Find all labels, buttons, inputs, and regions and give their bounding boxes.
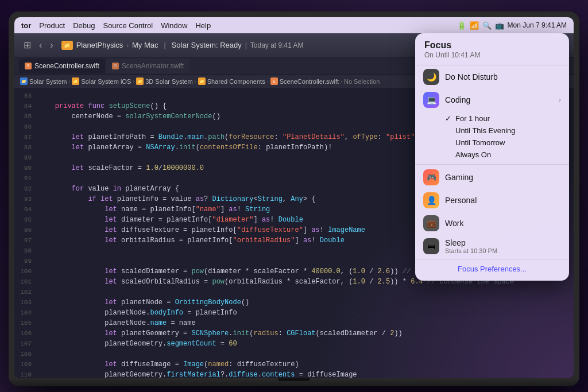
code-line: 102 [14,287,574,297]
sleep-label: Sleep [445,238,497,247]
bc-icon-1: 📁 [20,77,28,85]
focus-item-work[interactable]: 💼 Work [415,212,569,235]
line-number: 98 [14,246,38,256]
back-button[interactable]: ‹ [37,39,44,52]
code-line: 108 [14,349,574,359]
line-number: 95 [14,215,38,225]
line-code: planetGeometry.segmentCount = 60 [38,339,237,349]
line-number: 109 [14,359,38,370]
personal-icon: 👤 [423,192,439,208]
bc-item-4[interactable]: Shared Components [207,78,265,85]
line-code [38,349,42,359]
forward-button[interactable]: › [48,39,55,52]
subitem-1hour[interactable]: ✓ For 1 hour [445,112,569,125]
bc-icon-3: 📁 [136,77,144,85]
subitem-alwayson[interactable]: Always On [445,149,569,161]
menu-source-control[interactable]: Source Control [103,21,153,30]
line-code: if let planetInfo = value as? Dictionary… [38,194,316,204]
menu-product[interactable]: Product [39,21,65,30]
focus-preferences-button[interactable]: Focus Preferences... [415,261,569,277]
line-number: 88 [14,142,38,153]
line-number: 103 [14,297,38,308]
battery-icon: 🔋 [457,21,466,30]
dnd-icon: 🌙 [423,69,439,85]
divider-1 [415,164,569,165]
line-number: 97 [14,235,38,246]
device-name: My Mac [132,41,158,49]
bc-item-3[interactable]: 3D Solar System [145,78,193,85]
focus-preferences-label: Focus Preferences... [458,265,527,273]
bc-item-5[interactable]: SceneController.swift [280,78,339,85]
line-code: let diameter = planetInfo["diameter"] as… [38,215,303,225]
line-code [38,153,42,163]
code-line: 109 let diffuseImage = Image(named: diff… [14,359,574,370]
bc-icon-2: 📁 [72,77,79,85]
bc-item-1[interactable]: Solar System [29,78,67,85]
toolbar-arrow: › [126,42,129,49]
line-number: 87 [14,132,38,142]
build-status: Solar System: Ready [172,41,242,49]
status-separator: | [245,41,247,49]
focus-header: Focus On Until 10:41 AM [415,39,569,65]
focus-item-sleep[interactable]: 🛏 Sleep Starts at 10:30 PM [415,235,569,258]
subitem-evening[interactable]: Until This Evening [445,125,569,137]
line-number: 100 [14,266,38,277]
check-icon-1: ✓ [445,114,455,123]
personal-label: Personal [445,196,477,205]
line-number: 106 [14,328,38,339]
line-code: let planetArray = NSArray.init(contentsO… [38,142,332,153]
line-code [38,122,42,132]
line-code [38,91,42,101]
focus-item-coding[interactable]: 💻 Coding › [415,88,569,111]
coding-icon: 💻 [423,92,439,108]
clock: Mon Jun 7 9:41 AM [508,21,567,29]
grid-button[interactable]: ⊞ [21,38,33,52]
subitem-alwayson-label: Always On [455,150,491,159]
line-code: for value in planetArray { [38,184,179,194]
subitem-evening-label: Until This Evening [455,126,516,135]
line-number: 102 [14,287,38,297]
coding-subitems: ✓ For 1 hour Until This Evening Until To… [415,111,569,163]
bc-chevron-2: › [133,79,134,84]
code-line: 107 planetGeometry.segmentCount = 60 [14,339,574,349]
bc-icon-4: 📁 [198,77,206,85]
line-number: 90 [14,163,38,173]
line-number: 101 [14,277,38,287]
bc-chevron-1: › [68,79,70,84]
tab-scene-animator[interactable]: S SceneAnimator.swift [106,59,190,73]
menu-help[interactable]: Help [195,21,211,30]
line-number: 89 [14,153,38,163]
sleep-sublabel: Starts at 10:30 PM [445,247,497,254]
wifi-icon: 📶 [470,21,479,30]
focus-item-gaming[interactable]: 🎮 Gaming [415,166,569,189]
focus-item-personal[interactable]: 👤 Personal [415,189,569,212]
work-label: Work [445,219,463,228]
code-line: 105 planetNode.name = name [14,318,574,328]
laptop-bottom [9,378,579,386]
bc-icon-5: S [270,77,278,85]
line-number: 108 [14,349,38,359]
app-name: tor [21,21,31,30]
search-icon[interactable]: 🔍 [482,21,492,30]
focus-item-dnd[interactable]: 🌙 Do Not Disturb [415,65,569,88]
line-code: let planetNode = OrbitingBodyNode() [38,297,249,308]
bc-item-2[interactable]: Solar System iOS [81,78,131,85]
line-number: 99 [14,256,38,266]
line-code [38,246,42,256]
menu-window[interactable]: Window [161,21,187,30]
code-line: 104 planetNode.bodyInfo = planetInfo [14,308,574,318]
focus-title: Focus [424,40,560,51]
screenmirror-icon[interactable]: 📺 [495,21,504,30]
tab-scene-controller[interactable]: S SceneController.swift [19,59,105,73]
line-code [38,256,42,266]
menu-debug[interactable]: Debug [73,21,95,30]
swift-file-icon-1: S [25,63,32,69]
line-code: let name = planetInfo["name"] as! String [38,204,270,215]
line-code [38,287,42,297]
subitem-tomorrow[interactable]: Until Tomorrow [445,137,569,149]
subitem-1hour-label: For 1 hour [455,114,490,123]
bc-item-6[interactable]: No Selection [344,78,380,85]
project-folder-icon: 📁 [61,41,73,50]
laptop-frame: tor Product Debug Source Control Window … [9,11,579,386]
code-line: 106 let planetGeometry = SCNSphere.init(… [14,328,574,339]
